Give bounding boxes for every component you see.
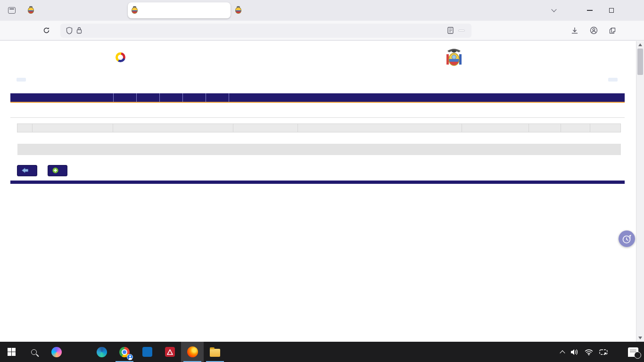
forward-button[interactable]	[21, 24, 36, 38]
firefox-view-icon	[8, 7, 16, 14]
col-header-fecha	[113, 124, 233, 132]
window-controls	[579, 1, 644, 20]
taskbar-outlook-button[interactable]	[136, 342, 158, 362]
nav-item-administracion[interactable]	[206, 93, 229, 102]
network-button[interactable]	[585, 349, 593, 355]
taskbar-copilot-button[interactable]	[45, 342, 68, 362]
browser-tab-bar	[0, 0, 644, 21]
regresar-button[interactable]	[17, 165, 37, 176]
table-header-row	[17, 124, 621, 132]
edge-icon	[97, 347, 107, 357]
firefox-icon	[187, 346, 198, 357]
sercop-logo	[115, 52, 126, 62]
tab-infima-cuantia[interactable]	[128, 2, 231, 18]
floating-timer-widget[interactable]	[619, 230, 635, 247]
search-icon	[31, 349, 37, 355]
notification-badge	[634, 352, 641, 359]
taskbar-explorer-button[interactable]	[204, 342, 226, 362]
site-header	[10, 41, 625, 77]
col-header-ruc	[233, 124, 298, 132]
reader-mode-icon[interactable]	[447, 27, 454, 34]
taskbar-acrobat-button[interactable]	[158, 342, 181, 362]
wifi-icon	[585, 349, 593, 355]
firefox-view-button[interactable]	[5, 3, 19, 17]
downloads-button[interactable]	[569, 25, 581, 37]
minimize-icon	[587, 10, 593, 11]
sercop-logo-o-icon	[116, 52, 125, 62]
invoices-table	[17, 123, 621, 155]
plus-circle-icon	[52, 167, 58, 173]
total-row	[17, 132, 621, 144]
app-menu-button[interactable]	[625, 25, 637, 37]
account-button[interactable]	[587, 25, 600, 37]
list-all-tabs-button[interactable]	[547, 6, 561, 15]
session-info	[608, 78, 618, 82]
col-header-razon-social	[298, 124, 462, 132]
web-page	[0, 41, 636, 342]
back-arrow-icon	[22, 168, 28, 173]
total-value	[462, 132, 529, 144]
nueva-factura-button[interactable]	[48, 165, 67, 176]
total-label	[17, 132, 462, 144]
zoom-level-button[interactable]	[458, 30, 465, 32]
col-header-eliminar	[590, 124, 621, 132]
col-header-nro	[17, 124, 33, 132]
copilot-icon	[51, 347, 62, 357]
nav-item-entidad-contratante[interactable]	[182, 93, 206, 102]
reload-button[interactable]	[39, 24, 54, 38]
tab-necesidades[interactable]	[24, 2, 127, 18]
tab-catalogo[interactable]	[231, 2, 334, 18]
nav-item-datos-generales[interactable]	[136, 93, 159, 102]
back-button[interactable]	[3, 24, 18, 38]
col-header-total	[462, 124, 529, 132]
nav-item-consultar[interactable]	[159, 93, 182, 102]
notification-icon	[628, 347, 638, 357]
start-button[interactable]	[0, 342, 23, 362]
ecuador-favicon-icon	[28, 7, 34, 14]
ecuador-favicon-icon	[235, 7, 241, 14]
chevron-up-icon	[560, 350, 565, 355]
ecuador-coat-of-arms-icon	[446, 48, 462, 68]
datetime-display	[17, 78, 26, 82]
main-navigation	[10, 93, 625, 103]
scroll-up-icon[interactable]	[638, 43, 642, 46]
government-logo	[446, 48, 466, 68]
scrollbar-thumb[interactable]	[637, 49, 643, 75]
tracking-shield-icon[interactable]	[66, 27, 73, 34]
info-bar	[10, 78, 625, 89]
section-title	[10, 107, 625, 118]
taskbar-firefox-button[interactable]	[181, 342, 204, 362]
display-icon	[599, 349, 608, 355]
new-tab-button[interactable]	[339, 9, 347, 11]
col-header-editar	[561, 124, 590, 132]
connect-display-button[interactable]	[599, 349, 608, 355]
volume-button[interactable]	[570, 349, 578, 355]
vertical-scrollbar[interactable]	[636, 41, 644, 342]
lock-icon[interactable]	[76, 27, 82, 34]
col-header-factura	[33, 124, 113, 132]
taskbar-edge-button[interactable]	[91, 342, 113, 362]
file-explorer-icon	[210, 349, 220, 357]
nav-item-inicio[interactable]	[113, 93, 136, 102]
chrome-profile-badge	[127, 354, 133, 360]
browser-toolbar	[0, 21, 644, 41]
toolbar-right-icons	[569, 25, 644, 37]
taskbar-chrome-button[interactable]	[113, 342, 136, 362]
windows-logo-icon	[8, 348, 16, 356]
url-bar[interactable]	[60, 24, 471, 38]
acrobat-icon	[165, 347, 175, 357]
taskbar-search-button[interactable]	[23, 342, 45, 362]
outlook-icon	[142, 347, 152, 357]
notification-center-button[interactable]	[628, 347, 638, 357]
system-tray	[561, 342, 644, 362]
taskbar-ie-button[interactable]	[68, 342, 91, 362]
tray-expand-button[interactable]	[561, 349, 564, 355]
restore-button[interactable]	[601, 1, 622, 20]
scroll-down-icon[interactable]	[638, 337, 642, 339]
windows-taskbar	[0, 342, 644, 362]
restore-icon	[609, 8, 614, 13]
site-footer	[10, 181, 625, 184]
extensions-button[interactable]	[606, 25, 619, 37]
close-window-button[interactable]	[622, 1, 644, 20]
minimize-button[interactable]	[579, 1, 601, 20]
